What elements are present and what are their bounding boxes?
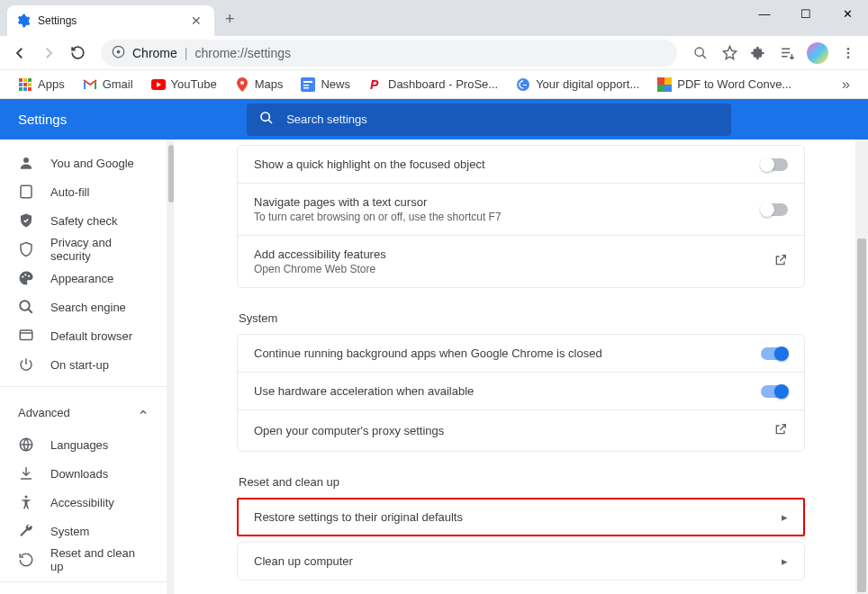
sidebar-scrollbar[interactable]: [167, 140, 174, 594]
svg-point-1: [117, 50, 121, 53]
reload-button[interactable]: [65, 40, 90, 66]
settings-sidebar: You and Google Auto-fill Safety check Pr…: [0, 140, 167, 594]
svg-point-29: [22, 275, 23, 277]
bookmark-youtube[interactable]: YouTube: [144, 74, 224, 95]
bookmark-apps[interactable]: Apps: [11, 74, 72, 95]
bookmark-dashboard[interactable]: PDashboard - ProSe...: [361, 74, 505, 95]
svg-rect-10: [23, 83, 27, 86]
settings-search[interactable]: [247, 104, 731, 136]
window-controls: — ☐ ✕: [744, 0, 868, 27]
row-background-apps[interactable]: Continue running background apps when Go…: [238, 335, 804, 372]
row-add-accessibility[interactable]: Add accessibility featuresOpen Chrome We…: [238, 235, 804, 287]
bookmark-pdf[interactable]: PDF to Word Conve...: [650, 74, 799, 95]
zoom-icon[interactable]: [688, 40, 713, 66]
accessibility-card: Show a quick highlight on the focused ob…: [237, 145, 805, 288]
svg-rect-9: [19, 83, 23, 86]
toggle-hardware-accel[interactable]: [761, 385, 788, 398]
kebab-menu-icon[interactable]: [836, 40, 861, 66]
bookmark-maps[interactable]: Maps: [228, 74, 291, 95]
close-icon[interactable]: ✕: [187, 14, 205, 28]
row-clean-computer[interactable]: Clean up computer ▸: [238, 543, 804, 580]
sidebar-item-autofill[interactable]: Auto-fill: [0, 177, 167, 206]
sidebar-item-privacy[interactable]: Privacy and security: [0, 235, 167, 264]
sidebar-advanced-toggle[interactable]: Advanced: [0, 394, 167, 430]
bookmarks-overflow[interactable]: »: [835, 76, 857, 93]
close-window-button[interactable]: ✕: [827, 0, 868, 27]
bookmark-star-icon[interactable]: [717, 40, 742, 66]
site-info-icon[interactable]: [112, 45, 125, 61]
shield-check-icon: [18, 212, 34, 229]
svg-rect-22: [657, 77, 665, 85]
sidebar-item-languages[interactable]: Languages: [0, 430, 167, 459]
address-bar[interactable]: Chrome | chrome://settings: [101, 40, 677, 67]
toggle-background-apps[interactable]: [761, 347, 788, 360]
sidebar-item-appearance[interactable]: Appearance: [0, 264, 167, 292]
maximize-button[interactable]: ☐: [785, 0, 827, 27]
profile-avatar[interactable]: [807, 42, 828, 64]
svg-point-4: [847, 51, 850, 54]
svg-point-5: [847, 56, 850, 58]
svg-rect-23: [665, 77, 672, 85]
toggle-quick-highlight[interactable]: [761, 158, 788, 171]
sidebar-item-safety-check[interactable]: Safety check: [0, 206, 167, 235]
svg-rect-11: [28, 83, 32, 86]
news-icon: [301, 77, 315, 92]
sidebar-item-on-startup[interactable]: On start-up: [0, 350, 167, 379]
sidebar-item-reset[interactable]: Reset and clean up: [0, 545, 167, 574]
row-hardware-accel[interactable]: Use hardware acceleration when available: [238, 372, 804, 410]
system-section-title: System: [237, 311, 805, 325]
reading-list-icon[interactable]: [774, 40, 800, 66]
bookmark-gmail[interactable]: Gmail: [76, 74, 140, 95]
sidebar-item-you-and-google[interactable]: You and Google: [0, 148, 167, 177]
restore-defaults-card: Restore settings to their original defau…: [237, 498, 805, 536]
minimize-button[interactable]: —: [744, 0, 785, 27]
chevron-right-icon: ▸: [782, 510, 788, 524]
back-button[interactable]: [7, 40, 32, 66]
autofill-icon: [18, 184, 34, 200]
browser-tab[interactable]: Settings ✕: [7, 5, 214, 36]
page-title: Settings: [18, 112, 67, 127]
row-caret-browsing[interactable]: Navigate pages with a text cursorTo turn…: [238, 183, 804, 235]
extensions-icon[interactable]: [746, 40, 771, 66]
bookmark-news[interactable]: News: [294, 74, 357, 95]
svg-point-3: [847, 48, 850, 50]
maps-icon: [235, 77, 249, 92]
sidebar-extensions[interactable]: Extensions: [0, 590, 167, 594]
gear-icon: [16, 14, 31, 28]
bookmarks-bar: Apps Gmail YouTube Maps News PDashboard …: [0, 70, 868, 99]
main-scrollbar[interactable]: [855, 140, 868, 594]
settings-header: Settings: [0, 99, 868, 140]
cleanup-card: Clean up computer ▸: [237, 542, 805, 580]
sidebar-item-search-engine[interactable]: Search engine: [0, 292, 167, 321]
browser-icon: [18, 328, 34, 344]
youtube-icon: [151, 77, 166, 92]
new-tab-button[interactable]: +: [225, 10, 235, 29]
download-icon: [18, 465, 34, 482]
url-path: chrome://settings: [194, 46, 291, 60]
chevron-right-icon: ▸: [782, 554, 788, 568]
svg-rect-25: [665, 85, 672, 92]
sidebar-item-accessibility[interactable]: Accessibility: [0, 488, 167, 517]
bookmark-digital[interactable]: Your digital opport...: [509, 74, 646, 95]
accessibility-icon: [18, 494, 34, 510]
google-icon: [516, 77, 530, 92]
svg-rect-19: [303, 85, 309, 86]
row-restore-defaults[interactable]: Restore settings to their original defau…: [239, 500, 803, 535]
gmail-icon: [83, 77, 97, 92]
row-proxy-settings[interactable]: Open your computer's proxy settings: [238, 410, 804, 451]
svg-text:P: P: [370, 77, 379, 92]
svg-rect-24: [657, 85, 665, 92]
reset-section-title: Reset and clean up: [237, 475, 805, 489]
toggle-caret-browsing[interactable]: [761, 203, 788, 216]
search-input[interactable]: [286, 112, 719, 126]
power-icon: [18, 356, 34, 373]
sidebar-item-downloads[interactable]: Downloads: [0, 459, 167, 488]
shield-icon: [18, 241, 34, 257]
svg-rect-6: [19, 78, 23, 82]
sidebar-item-system[interactable]: System: [0, 517, 167, 545]
row-quick-highlight[interactable]: Show a quick highlight on the focused ob…: [238, 146, 804, 183]
svg-point-30: [24, 274, 26, 275]
sidebar-item-default-browser[interactable]: Default browser: [0, 321, 167, 350]
forward-button[interactable]: [36, 40, 61, 66]
svg-point-2: [695, 48, 703, 56]
